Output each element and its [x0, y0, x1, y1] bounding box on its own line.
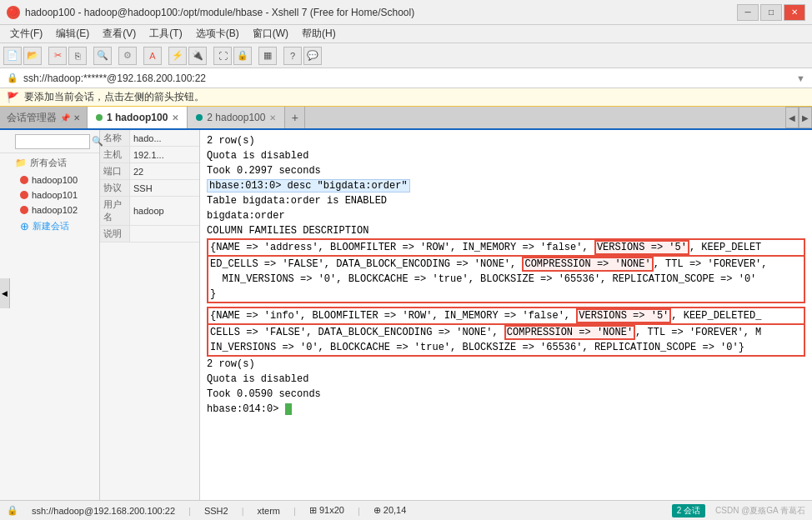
tb-copy[interactable]: ⎘	[68, 47, 87, 65]
session-manager-label: 会话管理器	[7, 111, 57, 125]
info-bar: 🚩 要添加当前会话，点击左侧的箭头按钮。	[0, 88, 812, 107]
tb-new[interactable]: 📄	[3, 47, 22, 65]
menu-help[interactable]: 帮助(H)	[295, 25, 343, 42]
term-block-2: {NAME => 'info', BLOOMFILTER => 'ROW', I…	[207, 307, 805, 357]
term-line-17: Took 0.0590 seconds	[207, 387, 805, 402]
term-line-11: }	[207, 287, 805, 303]
tb-lock[interactable]: 🔒	[233, 47, 252, 65]
pin-icon: 📌	[60, 113, 70, 122]
tb-color[interactable]: A	[143, 47, 162, 65]
compression-highlight-2: COMPRESSION => 'NONE'	[504, 325, 635, 340]
menu-window[interactable]: 窗口(W)	[246, 25, 295, 42]
session-manager-tab[interactable]: 会话管理器 📌 ✕	[0, 107, 88, 128]
status-size: ⊞ 91x20	[309, 505, 344, 516]
watermark-text: CSDN @夏殇GA 青葛石	[715, 505, 805, 517]
tab2-close[interactable]: ✕	[269, 113, 276, 122]
properties-panel: 名称 hado... 主机 192.1... 端口 22 协议 SSH 用户名 …	[100, 130, 200, 500]
term-line-7: COLUMN FAMILIES DESCRIPTION	[207, 223, 805, 238]
toolbar: 📄 📂 ✂ ⎘ 🔍 ⚙ A ⚡ 🔌 ⛶ 🔒 ▦ ? 💬	[0, 43, 812, 68]
term-line-10: MIN_VERSIONS => '0', BLOCKCACHE => 'true…	[207, 272, 805, 287]
sidebar-search: 🔍	[0, 130, 99, 153]
prompt-highlight: hbase:013:0> desc "bigdata:order"	[207, 179, 410, 192]
tb-search[interactable]: 🔍	[93, 47, 112, 65]
terminal[interactable]: 2 row(s) Quota is disabled Took 0.2997 s…	[200, 130, 812, 500]
menu-file[interactable]: 文件(F)	[3, 25, 49, 42]
close-button[interactable]: ✕	[784, 4, 805, 21]
compression-highlight-1: COMPRESSION => 'NONE'	[522, 257, 653, 272]
sidebar-all-sessions: 📁 所有会话	[0, 153, 99, 172]
tb-settings[interactable]: ⚙	[118, 47, 137, 65]
new-session-icon: ⊕	[20, 220, 29, 232]
tab-2[interactable]: 2 hadoop100 ✕	[188, 107, 285, 128]
status-lock-icon: 🔒	[7, 505, 18, 516]
term-line-8: {NAME => 'address', BLOOMFILTER => 'ROW'…	[207, 238, 805, 257]
title-bar: 🔴 hadoop100 - hadoop@hadoop100:/opt/modu…	[0, 0, 812, 25]
tb-fullscreen[interactable]: ⛶	[213, 47, 232, 65]
cursor	[285, 403, 292, 415]
sidebar-item-hadoop101[interactable]: hadoop101	[0, 188, 99, 202]
tb-disconnect[interactable]: ⚡	[168, 47, 187, 65]
menu-bar: 文件(F) 编辑(E) 查看(V) 工具(T) 选项卡(B) 窗口(W) 帮助(…	[0, 25, 812, 43]
window-controls: ─ □ ✕	[737, 4, 805, 21]
sidebar-item-hadoop102[interactable]: hadoop102	[0, 202, 99, 218]
tb-chat[interactable]: 💬	[303, 47, 322, 65]
status-protocol: SSH2	[204, 506, 228, 516]
menu-tabs[interactable]: 选项卡(B)	[189, 25, 246, 42]
menu-edit[interactable]: 编辑(E)	[49, 25, 96, 42]
status-right: 2 会话 CSDN @夏殇GA 青葛石	[672, 504, 805, 518]
tab-next[interactable]: ▶	[799, 107, 812, 128]
prop-row-desc: 说明	[100, 226, 199, 242]
term-line-5: Table bigdata:order is ENABLED	[207, 193, 805, 208]
maximize-button[interactable]: □	[760, 4, 782, 21]
sidebar-item-hadoop100[interactable]: hadoop100	[0, 172, 99, 188]
tb-cut[interactable]: ✂	[48, 47, 67, 65]
folder-icon: 📁	[15, 158, 27, 168]
tab-add-button[interactable]: +	[285, 107, 305, 128]
lock-icon: 🔒	[7, 72, 18, 83]
tab-prev[interactable]: ◀	[785, 107, 799, 128]
tab1-close[interactable]: ✕	[172, 113, 178, 122]
tab2-label: 2 hadoop100	[207, 112, 265, 123]
menu-view[interactable]: 查看(V)	[96, 25, 143, 42]
menu-tools[interactable]: 工具(T)	[143, 25, 188, 42]
tb-connect[interactable]: 🔌	[188, 47, 207, 65]
prop-row-host: 主机 192.1...	[100, 147, 199, 163]
session-tab-close[interactable]: ✕	[73, 113, 80, 122]
main-area: ◀ 🔍 📁 所有会话 hadoop100 hadoop101 hadoop102…	[0, 130, 812, 500]
tab-1[interactable]: 1 hadoop100 ✕	[88, 107, 188, 128]
collapse-arrow-icon: ◀	[2, 289, 8, 298]
prop-row-username: 用户名 hadoop	[100, 197, 199, 226]
hadoop100-icon	[20, 176, 28, 184]
tab1-label: 1 hadoop100	[107, 112, 168, 123]
term-line-2: Quota is disabled	[207, 148, 805, 163]
term-line-16: Quota is disabled	[207, 372, 805, 387]
hadoop102-icon	[20, 206, 28, 214]
info-text: 要添加当前会话，点击左侧的箭头按钮。	[24, 90, 204, 104]
prop-row-name: 名称 hado...	[100, 130, 199, 147]
sidebar-collapse-btn[interactable]: ◀	[0, 278, 10, 308]
sidebar-search-input[interactable]	[15, 134, 90, 149]
prop-row-port: 端口 22	[100, 163, 199, 180]
status-sessions: 2 会话	[672, 504, 705, 518]
sidebar-item-new-session[interactable]: ⊕ 新建会话	[0, 218, 99, 235]
address-arrow[interactable]: ▼	[796, 73, 805, 83]
versions-highlight-2: VERSIONS => '5'	[576, 308, 671, 323]
address-bar: 🔒 ssh://hadoop:******@192.168.200.100:22…	[0, 68, 812, 88]
term-line-3: Took 0.2997 seconds	[207, 163, 805, 178]
term-line-14: IN_VERSIONS => '0', BLOCKCACHE => 'true'…	[207, 340, 805, 357]
tab-nav: ◀ ▶	[785, 107, 812, 128]
sidebar-search-icon: 🔍	[92, 136, 103, 147]
info-arrow-icon: 🚩	[7, 92, 19, 103]
title-text: hadoop100 - hadoop@hadoop100:/opt/module…	[25, 7, 737, 18]
app-icon: 🔴	[7, 6, 20, 19]
tab-bar: 会话管理器 📌 ✕ 1 hadoop100 ✕ 2 hadoop100 ✕ + …	[0, 107, 812, 130]
tb-help[interactable]: ?	[283, 47, 302, 65]
term-line-1: 2 row(s)	[207, 133, 805, 148]
tab2-dot	[196, 114, 203, 121]
tb-grid[interactable]: ▦	[258, 47, 277, 65]
tb-open[interactable]: 📂	[23, 47, 42, 65]
minimize-button[interactable]: ─	[737, 4, 759, 21]
term-line-18: hbase:014:0>	[207, 402, 805, 417]
prop-row-protocol: 协议 SSH	[100, 180, 199, 197]
tab1-dot	[96, 114, 103, 121]
